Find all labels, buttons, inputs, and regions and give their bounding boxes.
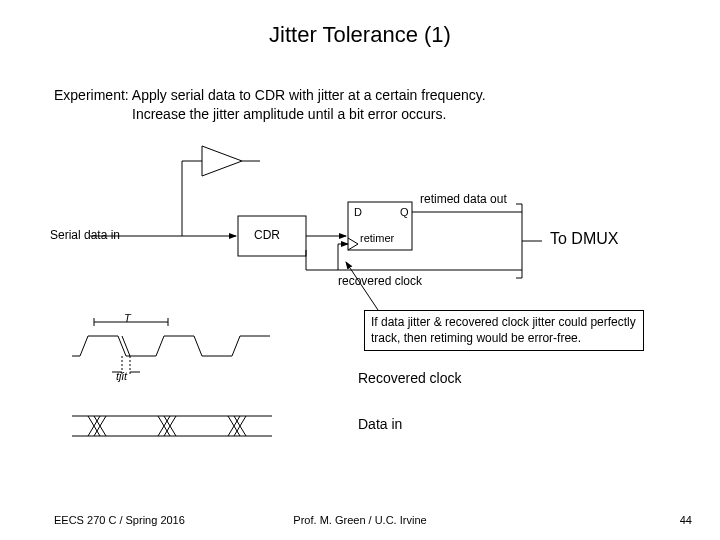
callout-box: If data jitter & recovered clock jitter …	[364, 310, 644, 351]
retimed-out-label: retimed data out	[420, 192, 507, 206]
serial-in-label: Serial data in	[50, 228, 120, 242]
svg-line-25	[122, 336, 130, 356]
data-in-section-label: Data in	[358, 416, 402, 432]
to-dmux-label: To DMUX	[550, 230, 618, 248]
timing-recovered-clock: T tjit	[72, 314, 272, 384]
period-label: T	[124, 312, 131, 324]
svg-marker-0	[202, 146, 242, 176]
cdr-label: CDR	[254, 228, 280, 242]
experiment-line-2: Increase the jitter amplitude until a bi…	[54, 105, 666, 124]
recovered-clock-section-label: Recovered clock	[358, 370, 462, 386]
page-title: Jitter Tolerance (1)	[0, 22, 720, 48]
svg-text:Q: Q	[400, 206, 409, 218]
footer-center: Prof. M. Green / U.C. Irvine	[0, 514, 720, 526]
jitter-label: tjit	[116, 370, 127, 382]
callout-arrow	[338, 256, 398, 316]
experiment-text: Experiment: Apply serial data to CDR wit…	[54, 86, 666, 124]
svg-line-21	[346, 262, 378, 310]
footer-right: 44	[680, 514, 692, 526]
svg-text:D: D	[354, 206, 362, 218]
experiment-line-1: Experiment: Apply serial data to CDR wit…	[54, 86, 666, 105]
retimer-label: retimer	[360, 232, 394, 244]
timing-data-in	[72, 408, 272, 444]
